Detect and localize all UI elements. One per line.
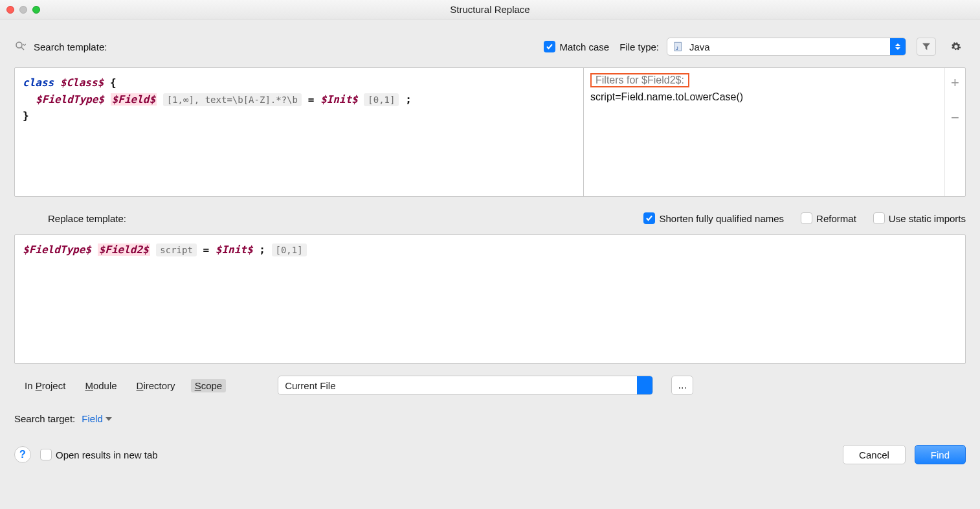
minimize-window-button[interactable]: [19, 6, 27, 14]
file-type-value: Java: [684, 41, 890, 52]
window-title: Structural Replace: [6, 4, 974, 15]
shorten-fqn-label: Shorten fully qualified names: [659, 213, 784, 224]
add-filter-icon[interactable]: +: [951, 74, 959, 91]
reformat-label: Reformat: [816, 213, 856, 224]
code-var-fieldtype: $FieldType$: [36, 93, 104, 106]
replace-template-editor[interactable]: $FieldType$ $Field2$ script = $Init$ ; […: [14, 234, 966, 364]
gear-icon[interactable]: [946, 38, 966, 56]
code-var-fieldtype: $FieldType$: [23, 243, 91, 256]
search-target-dropdown[interactable]: Field: [82, 413, 112, 424]
static-imports-label: Use static imports: [889, 213, 966, 224]
scope-tab-module[interactable]: Module: [81, 379, 120, 392]
code-var-init: $Init$: [320, 93, 358, 106]
file-type-select[interactable]: J Java: [667, 38, 906, 56]
file-type-label: File type:: [619, 41, 659, 52]
search-template-editor[interactable]: class $Class$ { $FieldType$ $Field$ [1,∞…: [15, 68, 583, 196]
help-button[interactable]: ?: [14, 446, 31, 463]
code-hint: script: [156, 243, 197, 256]
code-text: }: [23, 109, 29, 122]
shorten-fqn-checkbox[interactable]: [643, 212, 655, 224]
filters-panel: Filters for $Field2$: script=Field.name.…: [583, 68, 965, 196]
java-file-icon: J: [673, 41, 684, 52]
code-text: {: [110, 76, 117, 89]
search-target-label: Search target:: [14, 413, 75, 424]
scope-tabs: In Project Module Directory Scope: [14, 379, 226, 392]
code-text: =: [308, 93, 320, 106]
scope-select-handle[interactable]: [637, 376, 652, 395]
code-var-init: $Init$: [216, 243, 253, 256]
search-icon[interactable]: [14, 40, 26, 54]
find-button[interactable]: Find: [915, 445, 966, 464]
code-text: =: [203, 243, 216, 256]
code-var-field2: $Field2$: [98, 243, 150, 256]
reformat-checkbox[interactable]: [801, 212, 812, 224]
svg-line-1: [21, 47, 24, 50]
scope-more-button[interactable]: ...: [671, 376, 693, 395]
match-case-label: Match case: [559, 41, 609, 52]
remove-filter-icon[interactable]: −: [951, 109, 959, 126]
code-keyword: class: [23, 76, 54, 89]
open-results-label: Open results in new tab: [56, 449, 158, 460]
open-results-checkbox[interactable]: [40, 449, 52, 460]
scope-select-value: Current File: [285, 380, 637, 391]
filters-body: script=Field.name.toLowerCase(): [590, 91, 959, 103]
scope-tab-scope[interactable]: Scope: [191, 379, 227, 392]
code-var-field: $Field$: [111, 93, 157, 106]
window-controls: [6, 6, 40, 14]
filter-icon[interactable]: [917, 38, 936, 56]
svg-text:J: J: [676, 46, 678, 51]
close-window-button[interactable]: [6, 6, 14, 14]
code-hint: [0,1]: [272, 243, 307, 256]
svg-point-0: [16, 42, 22, 48]
code-var-class: $Class$: [60, 76, 104, 89]
search-template-label: Search template:: [34, 41, 107, 52]
static-imports-checkbox[interactable]: [873, 212, 885, 224]
scope-select[interactable]: Current File: [278, 376, 653, 395]
zoom-window-button[interactable]: [32, 6, 40, 14]
cancel-button[interactable]: Cancel: [843, 445, 906, 464]
svg-marker-4: [922, 43, 930, 51]
match-case-checkbox[interactable]: [544, 41, 555, 52]
titlebar: Structural Replace: [0, 0, 980, 19]
filters-title: Filters for $Field2$:: [590, 73, 689, 87]
code-text: ;: [405, 93, 412, 106]
code-hint: [0,1]: [364, 93, 399, 106]
chevron-down-icon: [106, 417, 112, 421]
replace-template-label: Replace template:: [48, 213, 126, 224]
scope-tab-directory[interactable]: Directory: [133, 379, 179, 392]
search-target-value: Field: [82, 413, 103, 424]
scope-tab-project[interactable]: In Project: [21, 379, 69, 392]
code-hint: [1,∞], text=\b[A-Z].*?\b: [163, 93, 302, 106]
file-type-select-handle[interactable]: [890, 38, 906, 56]
